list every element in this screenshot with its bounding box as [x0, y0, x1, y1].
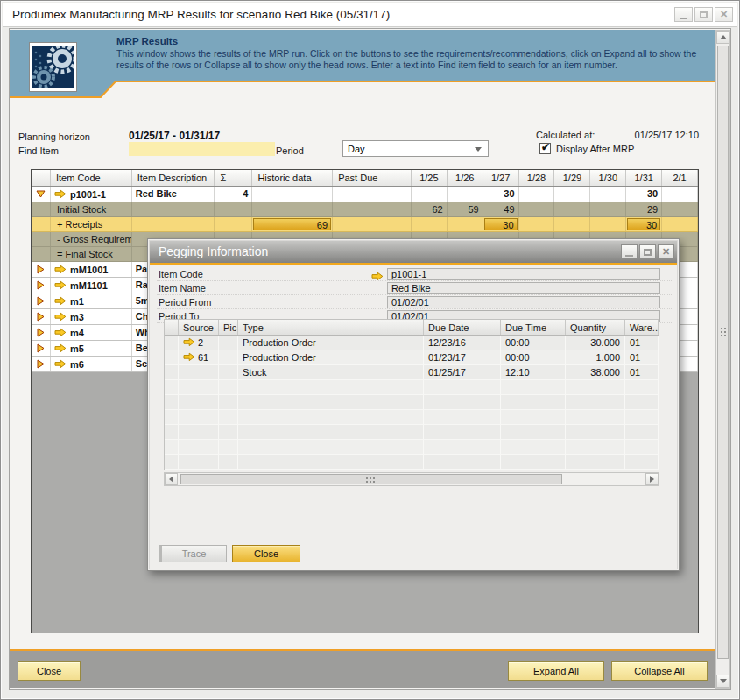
link-arrow-icon[interactable] — [54, 343, 67, 355]
link-arrow-icon[interactable] — [183, 337, 195, 350]
expander-expand-icon[interactable] — [36, 343, 46, 355]
mrp-cell — [662, 202, 698, 216]
vertical-scrollbar[interactable] — [715, 30, 730, 689]
grid-cell — [566, 410, 625, 424]
trace-button[interactable]: Trace — [159, 545, 227, 562]
expander-expand-icon[interactable] — [36, 312, 46, 323]
grid-cell — [165, 380, 179, 394]
period-select[interactable]: Day — [342, 140, 489, 157]
close-icon[interactable]: ✕ — [715, 7, 733, 22]
grid-cell — [424, 455, 501, 469]
grid-cell — [179, 440, 219, 454]
main-client-area: MRP Results This window shows the result… — [9, 28, 731, 690]
item-code-field[interactable]: p1001-1 — [387, 268, 660, 280]
grid-cell — [219, 455, 238, 469]
dialog-minimize-icon[interactable] — [621, 244, 638, 259]
vertical-scrollbar-thumb[interactable] — [717, 46, 729, 659]
item-name-field[interactable]: Red Bike — [387, 282, 660, 294]
horizontal-scrollbar[interactable] — [164, 472, 659, 486]
scroll-up-icon[interactable] — [716, 31, 729, 44]
find-item-input[interactable] — [129, 142, 275, 156]
grid-cell — [238, 410, 424, 424]
pegging-grid-row — [165, 380, 659, 395]
expander-expand-icon[interactable] — [36, 280, 46, 292]
mrp-cell — [32, 217, 51, 231]
pegging-grid-row — [165, 440, 659, 455]
chevron-down-icon — [475, 147, 482, 152]
grid-cell — [219, 410, 238, 424]
receipt-cell-button[interactable]: 30 — [627, 218, 660, 230]
minimize-icon[interactable] — [674, 7, 693, 22]
scroll-right-icon[interactable] — [645, 473, 659, 485]
grid-cell — [501, 455, 566, 469]
grid-cell — [219, 425, 238, 439]
mrp-cell — [32, 278, 51, 293]
receipt-cell-button[interactable]: 69 — [253, 218, 331, 230]
link-arrow-icon[interactable] — [54, 312, 67, 323]
banner-description: This window shows the results of the MRP… — [116, 48, 714, 71]
grid-cell — [625, 455, 659, 469]
mrp-cell: m3 — [51, 309, 132, 324]
grid-cell: 01 — [625, 336, 659, 350]
grid-cell — [625, 380, 659, 394]
mrp-cell — [333, 187, 412, 202]
scroll-down-icon[interactable] — [716, 675, 729, 688]
grid-cell — [625, 425, 659, 439]
link-arrow-icon[interactable] — [54, 296, 67, 308]
expander-expand-icon[interactable] — [36, 265, 46, 276]
grid-cell: 38.000 — [566, 365, 625, 379]
window-title: Produmex Manufacturing MRP Results for s… — [12, 8, 390, 21]
expander-expand-icon[interactable] — [36, 359, 46, 371]
planning-horizon-value: 01/25/17 - 01/31/17 — [129, 130, 220, 142]
grid-cell — [566, 455, 625, 469]
mrp-cell — [448, 187, 483, 202]
grid-cell — [501, 410, 566, 424]
expander-expand-icon[interactable] — [36, 296, 46, 308]
maximize-icon[interactable] — [694, 7, 713, 22]
dialog-maximize-icon[interactable] — [639, 244, 656, 259]
mrp-cell — [412, 217, 448, 231]
collapse-all-button[interactable]: Collapse All — [611, 661, 708, 681]
link-arrow-icon[interactable] — [54, 189, 67, 201]
expander-expand-icon[interactable] — [36, 328, 46, 339]
link-arrow-icon[interactable] — [54, 359, 67, 371]
grid-cell — [238, 425, 424, 439]
column-header: Past Due — [333, 170, 412, 186]
horizontal-scrollbar-thumb[interactable] — [180, 474, 562, 484]
grid-cell — [424, 380, 501, 394]
dialog-close-icon[interactable]: ✕ — [658, 244, 674, 259]
pegging-grid-row — [165, 455, 659, 470]
column-header: Due Time — [501, 320, 566, 335]
sum-value: 4 — [215, 187, 252, 202]
close-button[interactable]: Close — [18, 661, 81, 681]
grid-cell: 01 — [625, 365, 659, 379]
item-code-text: mM1101 — [70, 280, 108, 291]
mrp-cell: Initial Stock — [51, 202, 132, 216]
dialog-close-button[interactable]: Close — [232, 545, 300, 562]
display-after-mrp-checkbox[interactable]: ✔ — [539, 143, 551, 154]
scroll-left-icon[interactable] — [165, 473, 178, 485]
link-arrow-icon[interactable] — [54, 265, 67, 276]
grid-cell: 01/23/17 — [424, 350, 501, 364]
mrp-cell: 30 — [626, 217, 662, 231]
mrp-cell: mM1001 — [51, 262, 132, 277]
grid-cell: 01 — [625, 350, 659, 364]
receipt-cell-button[interactable]: 30 — [484, 218, 518, 230]
link-arrow-icon[interactable] — [54, 328, 67, 339]
grid-cell — [179, 455, 219, 469]
mrp-cell: - Gross Requirem... — [51, 232, 132, 246]
period-from-field[interactable]: 01/02/01 — [387, 296, 660, 308]
link-arrow-icon[interactable] — [54, 280, 67, 292]
grid-cell: 12/23/16 — [424, 336, 501, 350]
grid-cell: 01/25/17 — [424, 365, 501, 379]
expander-collapse-icon[interactable] — [36, 189, 46, 201]
column-header: Due Date — [424, 320, 501, 335]
item-code-text: p1001-1 — [70, 189, 106, 200]
mrp-cell: + Receipts — [51, 217, 132, 231]
mrp-cell — [132, 202, 215, 216]
link-arrow-icon[interactable] — [183, 352, 195, 364]
expand-all-button[interactable]: Expand All — [508, 661, 604, 681]
mrp-results-window: Produmex Manufacturing MRP Results for s… — [0, 0, 740, 700]
mrp-table-header: Item CodeItem DescriptionΣHistoric dataP… — [32, 170, 698, 187]
item-name-label: Item Name — [159, 283, 206, 293]
